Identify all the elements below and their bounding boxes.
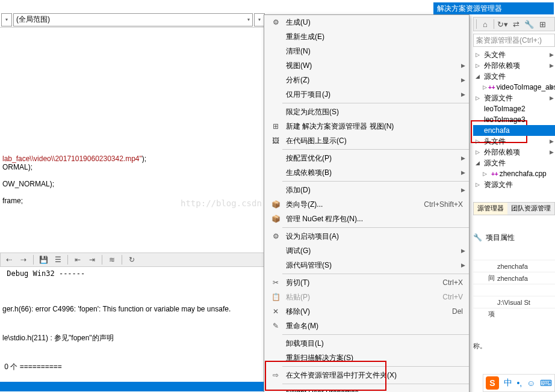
properties-icon[interactable]: 🔧 <box>524 19 534 29</box>
expand-icon[interactable]: ◢ <box>476 160 483 166</box>
list-icon[interactable]: ☰ <box>53 255 63 265</box>
scope-left-dropdown[interactable]: ▾ <box>1 13 12 26</box>
tree-label: 资源文件 <box>484 93 513 103</box>
expand-icon[interactable]: ◢ <box>476 73 483 79</box>
menu-item[interactable]: ✕移除(V)Del <box>264 304 469 319</box>
tab-team-explorer[interactable]: 团队资源管理 <box>507 203 554 215</box>
expand-icon[interactable]: ▷ <box>476 52 483 58</box>
tree-node[interactable]: ▷头文件▶ <box>473 136 555 147</box>
nav-fwd-icon[interactable]: ⇢ <box>19 255 28 265</box>
expand-icon[interactable]: ▷ <box>476 63 483 69</box>
indent-right-icon[interactable]: ⇥ <box>87 255 97 265</box>
property-row[interactable]: 项 <box>473 308 555 320</box>
menu-label: 在代码图上显示(C) <box>284 136 465 146</box>
menu-item[interactable]: 仅用于项目(J)▶ <box>264 87 469 102</box>
properties-grid[interactable]: zhenchafa间zhenchafaJ:\Visual St项 <box>473 260 555 320</box>
tree-node[interactable]: ▷资源文件 <box>473 179 555 190</box>
menu-item[interactable]: 分析(Z)▶ <box>264 73 469 87</box>
ime-bar[interactable]: S 中 •, ☺ ⌨ <box>483 374 555 392</box>
star-icon: ⚙ <box>268 232 284 240</box>
menu-item[interactable]: 重新扫描解决方案(S) <box>264 351 469 365</box>
tree-node[interactable]: ▷头文件▶ <box>473 49 555 60</box>
cpp-icon: ++ <box>491 171 498 177</box>
menu-label: 在文件资源管理器中打开文件夹(X) <box>284 370 465 381</box>
ime-lang[interactable]: 中 <box>504 378 512 388</box>
menu-item[interactable]: 重新生成(E) <box>264 29 469 44</box>
window-drag-bar[interactable] <box>0 382 265 391</box>
property-row[interactable] <box>473 284 555 296</box>
menu-item[interactable]: 📋粘贴(P)Ctrl+V <box>264 290 469 304</box>
property-value: J:\Visual St <box>497 299 555 306</box>
tree-node[interactable]: ▷资源文件▶ <box>473 93 555 103</box>
tree-node[interactable]: ▷++zhenchafa.cpp <box>473 168 555 179</box>
expand-icon[interactable]: ▷ <box>483 84 487 90</box>
tree-label: 头文件 <box>484 50 506 60</box>
menu-item[interactable]: 清理(N) <box>264 44 469 58</box>
tree-node[interactable]: leoToImage2 <box>473 103 555 114</box>
tree-node[interactable]: leoToImage3 <box>473 114 555 125</box>
tree-node[interactable]: ▷外部依赖项▶ <box>473 60 555 71</box>
expand-icon[interactable]: ▷ <box>476 182 483 188</box>
menu-item[interactable]: ✂剪切(T)Ctrl+X <box>264 275 469 290</box>
menu-item[interactable]: ✎重命名(M) <box>264 319 469 333</box>
tab-solution-explorer[interactable]: 源管理器 <box>474 203 507 215</box>
menu-item[interactable]: Nsight User Properties <box>264 385 469 392</box>
home-icon[interactable]: ⌂ <box>480 19 490 29</box>
refresh-icon[interactable]: ⇄ <box>511 19 521 29</box>
expand-icon[interactable]: ▷ <box>476 138 483 144</box>
tree-label: videoToImage_abs <box>497 83 555 91</box>
submenu-arrow-icon: ▶ <box>461 262 465 268</box>
menu-item[interactable]: 按配置优化(P)▶ <box>264 151 469 165</box>
tree-node[interactable]: ▷外部依赖项▶ <box>473 147 555 158</box>
menu-item[interactable]: 源代码管理(S)▶ <box>264 258 469 272</box>
expand-icon[interactable]: ▷ <box>483 171 490 177</box>
ime-punct-icon[interactable]: •, <box>516 378 522 388</box>
expand-icon[interactable]: ▷ <box>476 149 483 155</box>
menu-item[interactable]: 生成依赖项(B)▶ <box>264 165 469 180</box>
indent-left-icon[interactable]: ⇤ <box>73 255 82 265</box>
menu-item[interactable]: 限定为此范围(S) <box>264 105 469 119</box>
tree-node[interactable]: ◢源文件 <box>473 158 555 168</box>
sync-icon[interactable]: ↻▾ <box>498 19 507 29</box>
nav-back-icon[interactable]: ⇠ <box>4 255 14 265</box>
menu-shortcut: Del <box>452 307 465 316</box>
property-key: 项 <box>473 310 497 319</box>
filter-icon[interactable]: ≋ <box>107 255 117 265</box>
menu-item[interactable]: ⊞新建 解决方案资源管理器 视图(N) <box>264 119 469 133</box>
property-row[interactable]: 间zhenchafa <box>473 272 555 284</box>
tree-node[interactable]: ◢源文件 <box>473 71 555 82</box>
menu-item[interactable]: 🖼在代码图上显示(C) <box>264 133 469 148</box>
tree-node[interactable]: ▷++videoToImage_abs▶ <box>473 82 555 93</box>
show-all-icon[interactable]: ⊞ <box>538 19 547 29</box>
menu-item[interactable]: 📦管理 NuGet 程序包(N)... <box>264 212 469 226</box>
build-output[interactable]: ger.h(66): error C4996: 'fopen': This fu… <box>0 284 265 382</box>
nuget-icon: 📦 <box>268 215 284 223</box>
solution-search-input[interactable]: 案资源管理器(Ctrl+;) <box>473 34 555 47</box>
property-row[interactable]: J:\Visual St <box>473 296 555 308</box>
ime-emoji-icon[interactable]: ☺ <box>527 378 535 388</box>
output-toolbar: ⇠ ⇢ 💾 ☰ ⇤ ⇥ ≋ ↻ <box>0 253 265 267</box>
save-icon[interactable]: 💾 <box>39 255 48 265</box>
menu-item[interactable]: 调试(G)▶ <box>264 243 469 258</box>
properties-desc: 称。 <box>473 341 486 351</box>
menu-item[interactable]: 卸载项目(L) <box>264 336 469 351</box>
menu-item[interactable]: 视图(W)▶ <box>264 58 469 73</box>
menu-label: 重命名(M) <box>284 321 465 331</box>
property-row[interactable]: zhenchafa <box>473 260 555 272</box>
step-icon[interactable]: ↻ <box>127 255 137 265</box>
scope-dropdown[interactable]: (全局范围) ▾ <box>13 13 253 26</box>
menu-item[interactable]: 📦类向导(Z)...Ctrl+Shift+X <box>264 197 469 212</box>
menu-label: 生成依赖项(B) <box>284 168 465 178</box>
menu-item[interactable]: ⇨在文件资源管理器中打开文件夹(X) <box>264 368 469 382</box>
solution-explorer-toolbar: ⌂ ↻▾ ⇄ 🔧 ⊞ <box>473 17 555 31</box>
menu-item[interactable]: ⚙设为启动项目(A) <box>264 229 469 243</box>
menu-label: 新建 解决方案资源管理器 视图(N) <box>284 121 465 132</box>
ime-keyboard-icon[interactable]: ⌨ <box>540 378 552 388</box>
chevron-down-icon: ▾ <box>258 17 261 22</box>
tree-node[interactable]: enchafa <box>473 125 555 136</box>
menu-item[interactable]: ⚙生成(U) <box>264 15 469 29</box>
menu-item[interactable]: 添加(D)▶ <box>264 183 469 197</box>
del-icon: ✕ <box>268 307 284 316</box>
expand-icon[interactable]: ▷ <box>476 95 483 101</box>
solution-tree[interactable]: ▷头文件▶▷外部依赖项▶◢源文件▷++videoToImage_abs▶▷资源文… <box>473 49 555 190</box>
